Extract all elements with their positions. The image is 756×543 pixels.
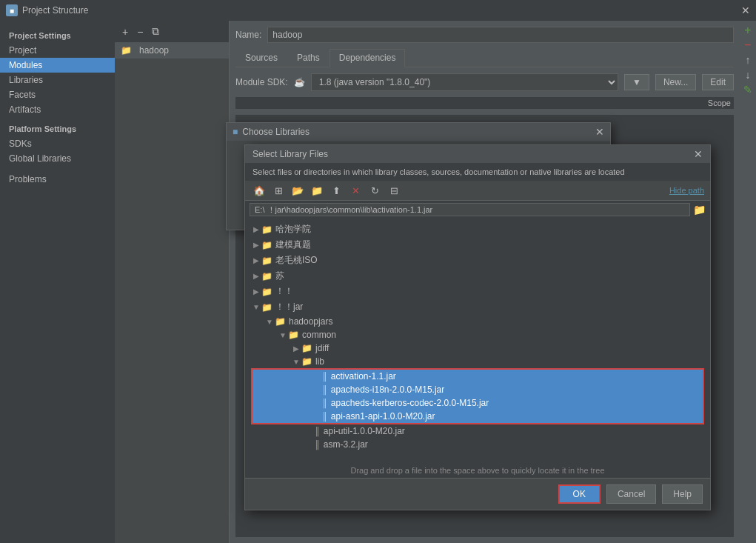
tree-item-label: apacheds-kerberos-codec-2.0.0-M15.jar (331, 398, 489, 408)
name-input[interactable] (267, 27, 734, 43)
deps-header: Scope (235, 97, 734, 109)
sdk-dropdown-btn[interactable]: ▼ (624, 74, 649, 90)
sidebar-item-problems[interactable]: Problems (0, 172, 115, 187)
sidebar-item-global-libraries[interactable]: Global Libraries (0, 151, 115, 166)
add-dep-button[interactable]: + (741, 24, 755, 37)
select-files-title-bar: Select Library Files ✕ (245, 145, 710, 163)
sdk-new-button[interactable]: New... (655, 74, 696, 90)
remove-dep-button[interactable]: − (741, 39, 755, 52)
refresh-icon[interactable]: ↻ (367, 183, 383, 198)
path-row: 📁 (245, 201, 710, 219)
folder-up-icon[interactable]: ⬆ (328, 183, 344, 198)
tree-arrow-icon: ▶ (251, 256, 261, 264)
tab-paths[interactable]: Paths (287, 49, 330, 67)
tree-item[interactable]: ║api-util-1.0.0-M20.jar (245, 424, 710, 438)
file-icon: ║ (322, 399, 328, 407)
folder-icon: 📁 (275, 316, 286, 327)
tree-item[interactable]: ║apacheds-kerberos-codec-2.0.0-M15.jar (252, 396, 703, 410)
ok-button[interactable]: OK (558, 484, 601, 504)
view-icon[interactable]: ⊟ (386, 183, 402, 198)
tree-item-label: hadoopjars (289, 316, 332, 327)
add-module-button[interactable]: + (119, 24, 131, 39)
home-icon[interactable]: 🏠 (251, 183, 267, 198)
file-icon: ║ (322, 385, 328, 394)
tree-arrow-icon: ▶ (251, 272, 261, 280)
title-bar: ■ Project Structure ✕ (0, 0, 756, 21)
sidebar-item-sdks[interactable]: SDKs (0, 136, 115, 151)
tab-sources[interactable]: Sources (235, 49, 287, 67)
sidebar-item-artifacts[interactable]: Artifacts (0, 102, 115, 117)
tree-arrow-icon: ▶ (291, 344, 301, 353)
folder-icon: 📁 (301, 343, 312, 353)
file-tree[interactable]: ▶📁哈泡学院▶📁建模真题▶📁老毛桃ISO▶📁苏▶📁！！▼📁！！jar▼📁hado… (245, 219, 710, 463)
select-files-dialog: Select Library Files ✕ Select files or d… (244, 144, 711, 510)
path-input[interactable] (250, 203, 690, 216)
copy-module-button[interactable]: ⧉ (149, 24, 162, 39)
folder-add-icon[interactable]: 📁 (309, 183, 325, 198)
module-item-label: hadoop (139, 45, 169, 56)
tree-item[interactable]: ▶📁jdiff (245, 342, 710, 355)
app-window: ■ Project Structure ✕ Project Settings P… (0, 0, 756, 543)
grid-icon[interactable]: ⊞ (270, 183, 287, 198)
file-icon: ║ (322, 412, 328, 421)
platform-settings-title: Platform Settings (0, 117, 115, 136)
tree-item[interactable]: ║api-asn1-api-1.0.0-M20.jar (252, 410, 703, 423)
tab-dependencies[interactable]: Dependencies (330, 49, 406, 67)
title-bar-close[interactable]: ✕ (741, 4, 750, 16)
select-files-title-text: Select Library Files (252, 149, 328, 159)
tree-item[interactable]: ║asm-3.2.jar (245, 438, 710, 451)
down-dep-button[interactable]: ↓ (741, 68, 755, 81)
tree-item-label: api-util-1.0.0-M20.jar (324, 426, 405, 436)
cancel-button[interactable]: Cancel (606, 484, 656, 504)
tree-item[interactable]: ▶📁哈泡学院 (245, 221, 710, 237)
edit-dep-button[interactable]: ✎ (741, 83, 755, 96)
tree-item-label: 苏 (275, 270, 284, 282)
tree-item-label: 建模真题 (275, 239, 311, 251)
module-tabs: Sources Paths Dependencies (235, 49, 734, 67)
help-button[interactable]: Help (662, 484, 703, 504)
tree-item[interactable]: ▼📁common (245, 328, 710, 342)
file-icon: ║ (315, 440, 321, 449)
name-label: Name: (235, 30, 261, 40)
dialog-buttons: OK Cancel Help (245, 478, 710, 510)
right-actions-panel: + − ↑ ↓ ✎ (740, 21, 756, 543)
tree-item[interactable]: ║apacheds-i18n-2.0.0-M15.jar (252, 383, 703, 396)
sidebar-item-modules[interactable]: Modules (0, 58, 115, 73)
sidebar-item-facets[interactable]: Facets (0, 87, 115, 102)
tree-item[interactable]: ▶📁建模真题 (245, 237, 710, 253)
delete-icon[interactable]: ✕ (347, 183, 364, 198)
tree-item-label: 老毛桃ISO (275, 254, 318, 267)
folder-icon: 📁 (301, 356, 312, 367)
tree-item[interactable]: ▼📁lib (245, 355, 710, 368)
tree-arrow-icon: ▶ (251, 225, 261, 233)
tree-item-label: jdiff (315, 343, 329, 353)
module-item-hadoop[interactable]: 📁 hadoop (115, 42, 229, 59)
sidebar-item-project[interactable]: Project (0, 43, 115, 58)
up-dep-button[interactable]: ↑ (741, 53, 755, 67)
tree-item-label: asm-3.2.jar (324, 439, 368, 450)
choose-libs-close[interactable]: ✕ (595, 126, 604, 138)
folder-icon: 📁 (288, 330, 299, 340)
tree-item-label: lib (315, 356, 324, 367)
remove-module-button[interactable]: − (134, 24, 146, 39)
tree-item[interactable]: ▶📁！！ (245, 284, 710, 299)
sdk-select[interactable]: 1.8 (java version "1.8.0_40") (311, 73, 618, 91)
tree-item[interactable]: ▼📁！！jar (245, 299, 710, 315)
tree-item-label: activation-1.1.jar (331, 371, 396, 382)
module-toolbar: + − ⧉ (115, 21, 229, 42)
tree-item[interactable]: ▶📁老毛桃ISO (245, 253, 710, 268)
select-files-description: Select files or directories in which lib… (245, 163, 710, 181)
folder-open-icon[interactable]: 📂 (290, 183, 306, 198)
select-files-close[interactable]: ✕ (694, 148, 703, 160)
hide-path-button[interactable]: Hide path (669, 186, 704, 195)
tree-item[interactable]: ║activation-1.1.jar (252, 370, 703, 383)
module-list-panel: + − ⧉ 📁 hadoop (115, 21, 230, 543)
tree-item[interactable]: ▼📁hadoopjars (245, 315, 710, 328)
file-icon: ║ (322, 372, 328, 381)
sdk-edit-button[interactable]: Edit (702, 74, 734, 90)
tree-item[interactable]: ▶📁苏 (245, 268, 710, 284)
sidebar-item-libraries[interactable]: Libraries (0, 73, 115, 87)
sdk-icon: ☕ (294, 77, 305, 87)
path-folder-icon[interactable]: 📁 (693, 204, 706, 216)
tree-item-label: apacheds-i18n-2.0.0-M15.jar (331, 384, 444, 395)
